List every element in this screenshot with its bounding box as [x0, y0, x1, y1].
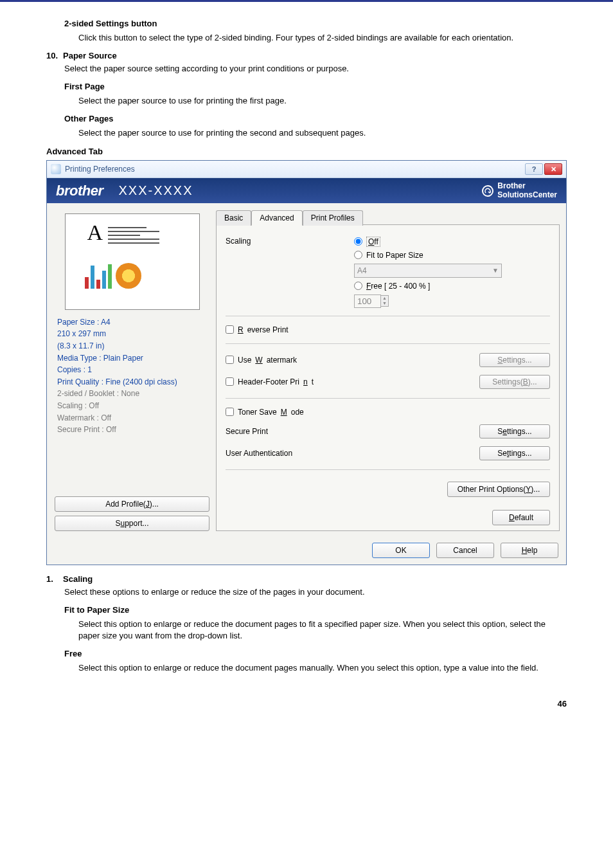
tab-print-profiles[interactable]: Print Profiles: [303, 210, 363, 226]
toner-save-checkbox[interactable]: Toner Save Mode: [226, 408, 304, 417]
close-button[interactable]: ✕: [544, 163, 562, 175]
app-icon: [51, 164, 61, 174]
printing-preferences-dialog: Printing Preferences ? ✕ brother XXX-XXX…: [46, 160, 567, 565]
fit-title: Fit to Paper Size: [64, 605, 567, 615]
summary-watermark: Watermark : Off: [57, 412, 207, 424]
scaling-fit-radio[interactable]: Fit to Paper Size: [354, 251, 502, 260]
add-profile-button[interactable]: Add Profile(J)...: [55, 496, 209, 512]
summary-dims-in: (8.3 x 11.7 in): [57, 340, 207, 352]
use-watermark-checkbox[interactable]: Use Watermark: [226, 356, 297, 365]
scaling-free-input[interactable]: [354, 294, 381, 308]
tab-basic[interactable]: Basic: [216, 210, 251, 226]
summary-2sided: 2-sided / Booklet : None: [57, 388, 207, 400]
item1-title: Scaling: [63, 574, 93, 584]
item10-title: Paper Source: [63, 51, 117, 60]
brother-logo: brother: [56, 183, 103, 199]
other-print-options-button[interactable]: Other Print Options(Y)...: [447, 482, 550, 497]
help-footer-button[interactable]: Help: [501, 543, 558, 558]
scaling-label: Scaling: [226, 237, 354, 246]
other-pages-title: Other Pages: [64, 114, 567, 123]
fit-papersize-select[interactable]: A4 ▼: [354, 264, 502, 278]
summary-secure-print: Secure Print : Off: [57, 424, 207, 436]
scaling-free-spinner[interactable]: ▲▼: [354, 294, 502, 308]
free-title: Free: [64, 649, 567, 658]
preview-thumbnail: A: [65, 213, 200, 310]
support-button[interactable]: Support...: [55, 516, 209, 531]
help-button[interactable]: ?: [525, 163, 543, 175]
scaling-free-radio[interactable]: Free [ 25 - 400 % ]: [354, 282, 502, 291]
fit-body: Select this option to enlarge or reduce …: [78, 619, 567, 643]
summary-dims-mm: 210 x 297 mm: [57, 328, 207, 340]
watermark-settings-button[interactable]: Settings...: [479, 353, 550, 367]
default-button[interactable]: Default: [492, 510, 550, 525]
first-page-body: Select the paper source to use for print…: [78, 95, 567, 107]
tab-advanced[interactable]: Advanced: [251, 210, 302, 226]
solutions-line1: Brother: [497, 181, 525, 190]
advanced-tab-heading: Advanced Tab: [46, 147, 567, 156]
user-auth-settings-button[interactable]: Settings...: [479, 446, 550, 460]
item10-body: Select the paper source setting accordin…: [64, 63, 567, 75]
summary-paper-size: Paper Size : A4: [57, 316, 207, 329]
summary-scaling: Scaling : Off: [57, 400, 207, 412]
spinner-down[interactable]: ▼: [381, 301, 388, 306]
model-name: XXX-XXXX: [119, 183, 193, 198]
chevron-down-icon: ▼: [492, 267, 499, 274]
first-page-title: First Page: [64, 82, 567, 91]
spinner-up[interactable]: ▲: [381, 296, 388, 301]
secure-print-settings-button[interactable]: Settings...: [479, 424, 550, 439]
item10-num: 10.: [46, 51, 63, 60]
brand-bar: brother XXX-XXXX Brother SolutionsCenter: [47, 178, 566, 203]
free-body: Select this option to enlarge or reduce …: [78, 662, 567, 674]
page-number: 46: [0, 694, 613, 721]
titlebar: Printing Preferences ? ✕: [47, 161, 566, 178]
window-title: Printing Preferences: [65, 165, 135, 174]
user-auth-label: User Authentication: [226, 449, 292, 458]
summary-quality: Print Quality : Fine (2400 dpi class): [57, 376, 207, 388]
two-sided-title: 2-sided Settings button: [64, 19, 567, 28]
ok-button[interactable]: OK: [372, 543, 430, 558]
two-sided-body: Click this button to select the type of …: [78, 32, 567, 44]
header-footer-settings-button[interactable]: Settings(B)...: [479, 375, 550, 389]
item1-num: 1.: [46, 574, 63, 584]
secure-print-label: Secure Print: [226, 427, 268, 436]
fit-papersize-value: A4: [357, 266, 367, 275]
summary-media-type: Media Type : Plain Paper: [57, 352, 207, 365]
settings-summary: Paper Size : A4 210 x 297 mm (8.3 x 11.7…: [53, 316, 211, 436]
solutions-center-link[interactable]: Brother SolutionsCenter: [482, 182, 557, 199]
other-pages-body: Select the paper source to use for print…: [78, 127, 567, 140]
cancel-button[interactable]: Cancel: [436, 543, 494, 558]
solutions-arrow-icon: [482, 185, 493, 197]
item1-body: Select these options to enlarge or reduc…: [64, 586, 567, 599]
header-footer-checkbox[interactable]: Header-Footer Print: [226, 377, 314, 386]
solutions-line2: SolutionsCenter: [497, 190, 557, 199]
summary-copies: Copies : 1: [57, 364, 207, 376]
reverse-print-checkbox[interactable]: Reverse Print: [226, 325, 289, 334]
scaling-off-radio[interactable]: Off: [354, 237, 502, 247]
